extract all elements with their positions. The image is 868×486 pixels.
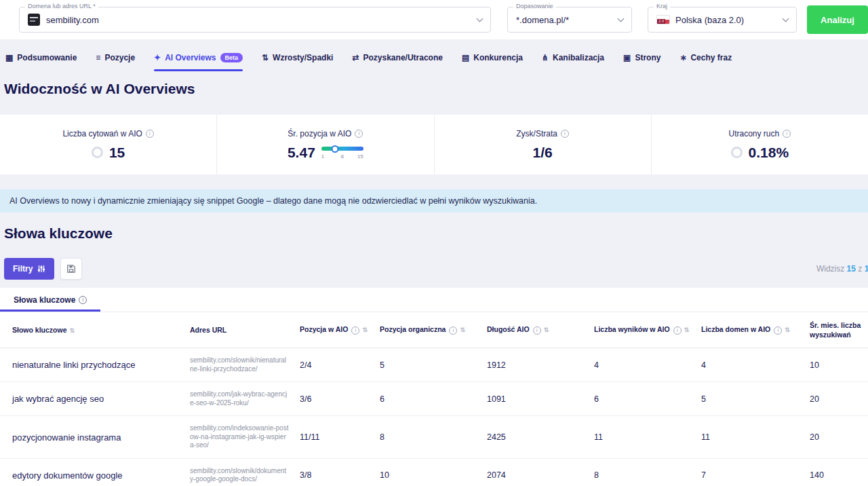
info-icon[interactable]: i <box>561 130 569 138</box>
nav-tab-label: Konkurencja <box>473 53 523 62</box>
column-label: Długość AIO <box>487 325 530 333</box>
info-icon[interactable]: i <box>449 326 457 335</box>
cell-monthly-searches: 10 <box>804 348 868 382</box>
nav-tab-ai-overviews[interactable]: ✦AI OverviewsBeta <box>154 53 243 71</box>
country-select[interactable]: Kraj 2.0 Polska (baza 2.0) <box>648 7 797 33</box>
cell-aio-domains: 5 <box>696 382 804 416</box>
info-icon[interactable]: i <box>146 130 154 138</box>
arrows-swap-icon: ⇄ <box>352 53 359 62</box>
column-header[interactable]: Pozycja w AIOi⇅ <box>294 312 374 348</box>
cell-aio-results: 6 <box>589 382 696 416</box>
results-counter: Widzisz 15 z 15 <box>816 264 868 274</box>
keyword-row[interactable]: jak wybrać agencję seosembility.com/jak-… <box>0 382 868 416</box>
column-header[interactable]: Pozycja organicznai⇅ <box>374 312 481 348</box>
column-header[interactable]: Słowo kluczowe⇅ <box>0 312 184 348</box>
position-scale-ticks: 1 8 15 <box>321 153 363 160</box>
info-icon[interactable]: i <box>355 130 363 138</box>
stat-label: Utracony ruch <box>729 129 780 138</box>
stat-label-row: Śr. pozycja w AIO i <box>288 129 363 138</box>
nav-tab-cechy-fraz[interactable]: ∗Cechy fraz <box>679 53 732 71</box>
analyze-button[interactable]: Analizuj <box>807 5 868 34</box>
nav-tab-podsumowanie[interactable]: ▦Podsumowanie <box>5 53 77 71</box>
stat-value-row: 5.47 1 8 15 <box>288 145 363 161</box>
cell-keyword[interactable]: nienaturalne linki przychodzące <box>0 348 184 382</box>
nav-tab-label: Cechy fraz <box>690 53 732 62</box>
scale-tick-min: 1 <box>321 153 324 160</box>
stat-label: Zysk/Strata <box>516 129 557 138</box>
merge-icon: ⋔ <box>542 53 549 62</box>
sliders-icon <box>37 265 45 273</box>
keyword-row[interactable]: pozycjonowanie instagramasembility.com/i… <box>0 416 868 459</box>
filters-button[interactable]: Filtry <box>4 258 54 280</box>
sort-icon[interactable]: ⇅ <box>460 326 465 333</box>
sort-icon[interactable]: ⇅ <box>362 326 368 333</box>
cell-keyword[interactable]: pozycjonowanie instagrama <box>0 416 184 459</box>
aio-position-marker <box>331 145 338 153</box>
sort-icon[interactable]: ⇅ <box>684 326 690 333</box>
stat-value-row: 0.18% <box>731 145 789 161</box>
save-icon <box>66 264 76 274</box>
nav-tab-label: Strony <box>635 53 660 62</box>
info-icon[interactable]: i <box>533 326 541 335</box>
counter-of: z <box>858 264 862 274</box>
match-select-value: *.domena.pl/* <box>516 15 569 25</box>
scale-tick-max: 15 <box>357 153 363 160</box>
info-banner: AI Overviews to nowy i dynamicznie zmien… <box>0 189 868 212</box>
domain-input[interactable]: Domena lub adres URL * sembility.com <box>19 7 491 33</box>
cell-organic-position: 8 <box>374 416 481 459</box>
site-favicon-icon <box>28 14 40 26</box>
sort-icon[interactable]: ⇅ <box>544 326 549 333</box>
pages-icon: ▣ <box>623 53 631 62</box>
nav-tab-strony[interactable]: ▣Strony <box>623 53 660 71</box>
chevron-down-icon <box>618 15 625 22</box>
beta-badge: Beta <box>220 53 243 62</box>
sparkle-icon: ✦ <box>154 53 161 62</box>
gauge-icon <box>92 147 103 158</box>
stat-label-row: Liczba cytowań w AIO i <box>62 129 153 138</box>
cell-monthly-searches: 140 <box>804 458 868 486</box>
stat-value-row: 15 <box>92 145 125 161</box>
match-select[interactable]: Dopasowanie *.domena.pl/* <box>507 7 632 33</box>
sort-icon[interactable]: ⇅ <box>785 326 790 333</box>
keywords-section-title: Słowa kluczowe <box>4 225 868 242</box>
save-filter-button[interactable] <box>60 258 82 280</box>
cell-aio-length: 2074 <box>481 458 589 486</box>
info-icon[interactable]: i <box>783 130 791 138</box>
stat-value: 5.47 <box>288 145 315 161</box>
nav-tab-konkurencja[interactable]: ▤Konkurencja <box>462 53 523 71</box>
nav-tab-pozyskane-utracone[interactable]: ⇄Pozyskane/Utracone <box>352 53 442 71</box>
keywords-card: Słowa kluczowe i Słowo kluczowe⇅Adres UR… <box>0 288 868 486</box>
cell-aio-length: 1912 <box>481 348 589 382</box>
nav-tab-kanibalizacja[interactable]: ⋔Kanibalizacja <box>542 53 604 71</box>
asterisk-icon: ∗ <box>679 53 686 62</box>
scale-tick-mid: 8 <box>341 153 344 160</box>
info-icon[interactable]: i <box>351 326 359 335</box>
nav-tab-label: Pozycje <box>104 53 135 62</box>
cell-aio-domains: 7 <box>696 458 804 486</box>
cell-keyword[interactable]: edytory dokumentów google <box>0 458 184 486</box>
keyword-row[interactable]: edytory dokumentów googlesembility.com/s… <box>0 458 868 486</box>
cell-url: sembility.com/slownik/nienaturalne-linki… <box>184 348 294 382</box>
column-header: Adres URL <box>184 312 294 348</box>
column-header[interactable]: Liczba domen w AIOi⇅ <box>696 312 804 348</box>
keyword-row[interactable]: nienaturalne linki przychodzącesembility… <box>0 348 868 382</box>
counter-prefix: Widzisz <box>816 264 844 274</box>
country-select-label: Kraj <box>654 3 670 10</box>
column-header[interactable]: Liczba wyników w AIOi⇅ <box>589 312 696 348</box>
info-icon[interactable]: i <box>79 296 87 304</box>
filters-button-label: Filtry <box>13 264 33 274</box>
column-label: Śr. mies. liczba wyszukiwań <box>810 321 861 339</box>
sort-icon[interactable]: ⇅ <box>70 327 75 334</box>
info-icon[interactable]: i <box>673 326 682 335</box>
country-select-value: Polska (baza 2.0) <box>675 15 744 25</box>
info-icon[interactable]: i <box>774 326 782 335</box>
column-header[interactable]: Długość AIOi⇅ <box>481 312 589 348</box>
stat-gain-loss: Zysk/Strata i 1/6 <box>434 115 651 174</box>
nav-tab-pozycje[interactable]: ≡Pozycje <box>96 53 135 71</box>
stat-value: 0.18% <box>749 145 789 161</box>
tab-slowa-kluczowe[interactable]: Słowa kluczowe i <box>0 288 100 312</box>
cell-keyword[interactable]: jak wybrać agencję seo <box>0 382 184 416</box>
stat-value: 1/6 <box>533 145 553 161</box>
column-label: Adres URL <box>190 326 226 334</box>
nav-tab-wzrosty-spadki[interactable]: ⇅Wzrosty/Spadki <box>262 53 333 71</box>
